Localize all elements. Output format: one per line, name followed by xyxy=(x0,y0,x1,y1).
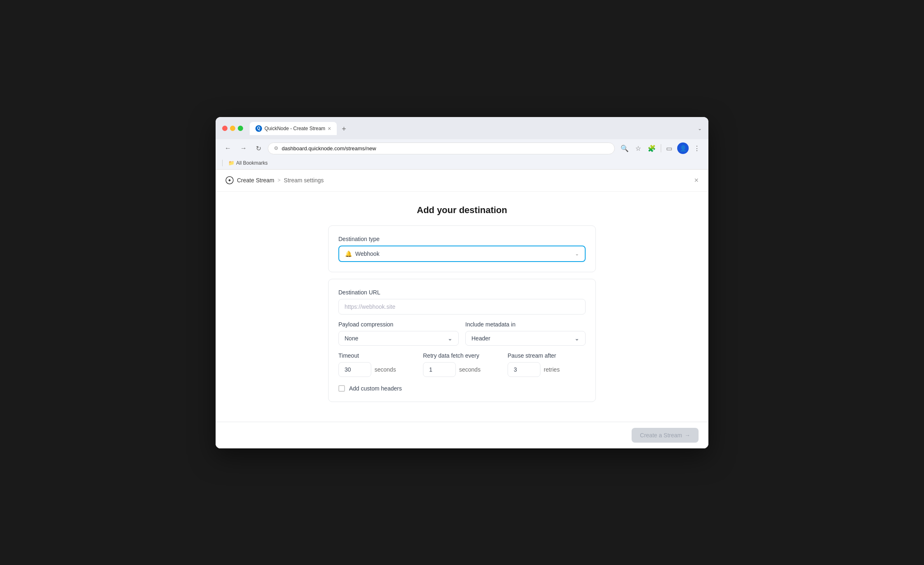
payload-compression-chevron-icon: ⌄ xyxy=(448,335,453,342)
tab-favicon: Q xyxy=(255,125,262,132)
user-avatar[interactable]: 👤 xyxy=(677,142,689,154)
destination-url-label: Destination URL xyxy=(338,289,586,296)
close-traffic-light[interactable] xyxy=(222,126,228,131)
tab-dropdown-arrow[interactable]: ⌄ xyxy=(698,126,702,131)
page-title: Add your destination xyxy=(328,205,596,216)
active-tab[interactable]: Q QuickNode - Create Stream × xyxy=(250,122,337,135)
retry-group: Retry data fetch every seconds xyxy=(423,352,501,377)
timeout-label: Timeout xyxy=(338,352,416,359)
retry-suffix: seconds xyxy=(459,366,480,373)
destination-settings-card: Destination URL Payload compression None… xyxy=(328,279,596,402)
all-bookmarks-label: All Bookmarks xyxy=(236,160,268,166)
create-stream-label: Create a Stream xyxy=(640,432,682,439)
webhook-icon: 🔔 xyxy=(345,250,352,257)
include-metadata-select[interactable]: Header ⌄ xyxy=(465,331,586,346)
nav-icons: 🔍 ☆ 🧩 ▭ 👤 ⋮ xyxy=(619,142,702,154)
back-button[interactable]: ← xyxy=(222,143,234,154)
include-metadata-value: Header xyxy=(471,335,490,342)
folder-icon: 📁 xyxy=(228,160,234,166)
main-form-area: Add your destination Destination type 🔔 … xyxy=(318,192,606,422)
payload-compression-group: Payload compression None ⌄ xyxy=(338,321,459,346)
sidebar-icon[interactable]: ▭ xyxy=(664,143,674,154)
bookmarks-bar: 📁 All Bookmarks xyxy=(216,158,708,170)
custom-headers-checkbox[interactable] xyxy=(338,385,345,392)
browser-navbar: ← → ↻ ⚙ dashboard.quicknode.com/streams/… xyxy=(216,139,708,158)
tab-close-button[interactable]: × xyxy=(328,126,331,131)
payload-compression-select[interactable]: None ⌄ xyxy=(338,331,459,346)
breadcrumb-bar: Create Stream > Stream settings × xyxy=(216,170,708,192)
custom-headers-label: Add custom headers xyxy=(349,385,402,392)
address-bar[interactable]: ⚙ dashboard.quicknode.com/streams/new xyxy=(268,142,615,154)
retry-input[interactable] xyxy=(423,362,456,377)
create-stream-button[interactable]: Create a Stream → xyxy=(632,428,699,443)
more-options-icon[interactable]: ⋮ xyxy=(692,143,702,154)
create-stream-breadcrumb[interactable]: Create Stream xyxy=(237,177,274,184)
bookmarks-divider xyxy=(222,160,223,166)
bookmarks-folder-icon[interactable]: 📁 All Bookmarks xyxy=(226,159,270,167)
destination-type-select[interactable]: 🔔 Webhook ⌄ xyxy=(338,246,586,262)
nav-divider xyxy=(661,144,661,152)
breadcrumb-chevron-icon: > xyxy=(278,177,280,183)
pause-stream-label: Pause stream after xyxy=(508,352,586,359)
stream-settings-breadcrumb: Stream settings xyxy=(284,177,324,184)
destination-url-input[interactable] xyxy=(338,299,586,315)
quicknode-logo-icon xyxy=(225,176,234,184)
search-icon[interactable]: 🔍 xyxy=(619,143,630,154)
minimize-traffic-light[interactable] xyxy=(230,126,235,131)
compression-metadata-row: Payload compression None ⌄ Include metad… xyxy=(338,321,586,346)
timeout-suffix: seconds xyxy=(375,366,396,373)
bottom-action-bar: Create a Stream → xyxy=(216,422,708,448)
payload-compression-label: Payload compression xyxy=(338,321,459,328)
page-close-button[interactable]: × xyxy=(694,176,699,185)
forward-button[interactable]: → xyxy=(238,143,249,154)
retry-label: Retry data fetch every xyxy=(423,352,501,359)
payload-compression-value: None xyxy=(345,335,358,342)
pause-stream-group: Pause stream after retries xyxy=(508,352,586,377)
destination-type-chevron-icon: ⌄ xyxy=(575,251,579,257)
destination-type-label: Destination type xyxy=(338,236,586,242)
pause-stream-suffix: retries xyxy=(544,366,560,373)
include-metadata-chevron-icon: ⌄ xyxy=(575,335,579,342)
breadcrumb: Create Stream > Stream settings xyxy=(225,176,324,184)
extensions-icon[interactable]: 🧩 xyxy=(646,143,657,154)
include-metadata-label: Include metadata in xyxy=(465,321,586,328)
include-metadata-group: Include metadata in Header ⌄ xyxy=(465,321,586,346)
destination-type-card: Destination type 🔔 Webhook ⌄ xyxy=(328,225,596,272)
destination-type-value: Webhook xyxy=(355,250,379,257)
timeout-group: Timeout seconds xyxy=(338,352,416,377)
new-tab-button[interactable]: + xyxy=(338,123,349,135)
maximize-traffic-light[interactable] xyxy=(238,126,243,131)
page-content: Create Stream > Stream settings × Add yo… xyxy=(216,170,708,448)
pause-stream-input[interactable] xyxy=(508,362,540,377)
lock-icon: ⚙ xyxy=(274,145,278,151)
refresh-button[interactable]: ↻ xyxy=(253,143,264,154)
create-stream-arrow-icon: → xyxy=(685,432,690,439)
timeout-input[interactable] xyxy=(338,362,371,377)
custom-headers-row: Add custom headers xyxy=(338,385,586,392)
bookmark-star-icon[interactable]: ☆ xyxy=(634,143,643,154)
timing-row: Timeout seconds Retry data fetch every s… xyxy=(338,352,586,377)
tab-title: QuickNode - Create Stream xyxy=(264,126,325,131)
url-text: dashboard.quicknode.com/streams/new xyxy=(282,145,609,152)
